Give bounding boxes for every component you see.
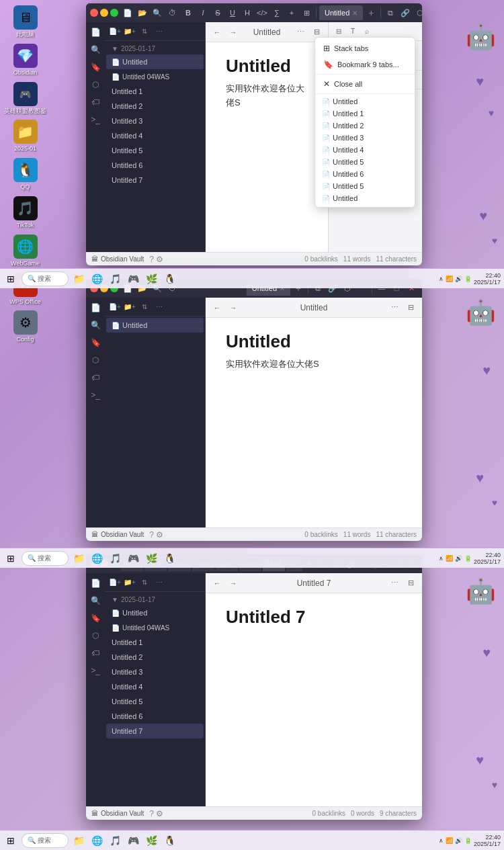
help-icon-3[interactable]: ? bbox=[149, 809, 154, 818]
tb2-app-qq[interactable]: 🐧 bbox=[161, 550, 177, 566]
desktop-icon-qq[interactable]: 🐧 QQ bbox=[3, 156, 48, 193]
tb3-icon-chevron[interactable]: ∧ bbox=[439, 837, 444, 844]
tb3-app-tiktok[interactable]: 🎵 bbox=[107, 833, 123, 849]
fe-item-1-3[interactable]: Untitled 1 bbox=[106, 635, 204, 650]
desktop-icon-obsidian[interactable]: 💎 Obsidian bbox=[3, 42, 48, 79]
editor-body-1[interactable]: 实用软件欢迎各位大佬S bbox=[226, 82, 308, 110]
math-icon[interactable]: ∑ bbox=[270, 6, 284, 19]
tb2-app-tiktok[interactable]: 🎵 bbox=[107, 550, 123, 566]
tb3-app-qq[interactable]: 🐧 bbox=[161, 833, 177, 849]
fe-item-04was-3[interactable]: 📄Untitled 04WAS bbox=[106, 620, 204, 635]
tab-untitled-1[interactable]: Untitled ✕ bbox=[319, 5, 363, 20]
search-box-2[interactable]: 🔍 搜索 bbox=[22, 551, 69, 566]
fe-item-untitled6[interactable]: Untitled 6 bbox=[106, 158, 204, 173]
tb2-icon-sound[interactable]: 🔊 bbox=[455, 555, 462, 562]
fe-item-untitled-2[interactable]: 📄 Untitled bbox=[106, 318, 204, 333]
forward-btn-1[interactable]: → bbox=[226, 25, 241, 40]
code-icon[interactable]: </> bbox=[255, 6, 269, 19]
fe-date-item-3[interactable]: ▼ 2025-01-17 bbox=[106, 593, 204, 605]
fe-new-folder-btn-3[interactable]: 📁+ bbox=[124, 577, 136, 589]
rp-search-icon[interactable]: ⌕ bbox=[361, 26, 373, 38]
fe-item-2-3[interactable]: Untitled 2 bbox=[106, 650, 204, 665]
desktop-icon-game[interactable]: 🎮 英雄联盟教图鉴 bbox=[3, 80, 48, 117]
dm-file-untitled5a[interactable]: 📄 Untitled 5 bbox=[315, 156, 415, 168]
sidebar-files-icon[interactable]: 📄 bbox=[88, 25, 103, 40]
link-icon[interactable]: 🔗 bbox=[398, 6, 412, 19]
fe-new-file-btn-2[interactable]: 📄+ bbox=[109, 301, 121, 313]
fe-item-untitled-04was[interactable]: 📄Untitled 04WAS bbox=[106, 69, 204, 84]
fe-item-4-3[interactable]: Untitled 4 bbox=[106, 679, 204, 694]
dm-file-untitled2[interactable]: 📄 Untitled 2 bbox=[315, 120, 415, 132]
panel-btn-3[interactable]: ⊟ bbox=[403, 576, 418, 591]
fe-item-5-3[interactable]: Untitled 5 bbox=[106, 694, 204, 709]
tb-app-explorer[interactable]: 📁 bbox=[71, 271, 87, 287]
file-nav-icon[interactable]: 📄 bbox=[121, 6, 134, 19]
tb2-app-game[interactable]: 🎮 bbox=[125, 550, 141, 566]
fe-item-6-3[interactable]: Untitled 6 bbox=[106, 709, 204, 724]
start-button-1[interactable]: ⊞ bbox=[1, 269, 20, 288]
fe-item-untitled5[interactable]: Untitled 5 bbox=[106, 143, 204, 158]
dm-close-all[interactable]: ✕ Close all bbox=[315, 76, 415, 92]
vault-label-3[interactable]: 🏛 Obsidian Vault bbox=[91, 810, 144, 817]
desktop-icon-config[interactable]: ⚙ Config bbox=[3, 308, 48, 345]
minimize-button-1[interactable] bbox=[100, 9, 108, 17]
desktop-icon-tiktok[interactable]: 🎵 TikTok bbox=[3, 194, 48, 231]
dm-file-untitled5b[interactable]: 📄 Untitled 5 bbox=[315, 180, 415, 192]
rp-layout-icon[interactable]: ⊟ bbox=[333, 26, 345, 38]
tb2-icon-battery[interactable]: 🔋 bbox=[464, 555, 472, 562]
fe-item-7-3[interactable]: Untitled 7 bbox=[106, 724, 204, 738]
sidebar-bookmarks-icon-2[interactable]: 🔖 bbox=[88, 335, 103, 350]
fe-item-untitled4[interactable]: Untitled 4 bbox=[106, 128, 204, 143]
desktop-icon-folder-2025[interactable]: 📁 2025-01 bbox=[3, 118, 48, 155]
fe-sort-btn-3[interactable]: ⇅ bbox=[138, 577, 151, 589]
search-icon[interactable]: 🔍 bbox=[151, 6, 164, 19]
highlight-icon[interactable]: H bbox=[241, 6, 254, 19]
settings-icon-1[interactable]: ⚙ bbox=[156, 255, 163, 264]
fe-item-untitled-3a[interactable]: 📄 Untitled bbox=[106, 605, 204, 620]
dm-file-untitled[interactable]: 📄 Untitled bbox=[315, 95, 415, 108]
sidebar-tags-icon-3[interactable]: 🏷 bbox=[88, 646, 103, 661]
sidebar-search-icon-2[interactable]: 🔍 bbox=[88, 318, 103, 333]
tb-icon-network-1[interactable]: 📶 bbox=[446, 275, 453, 282]
vault-label-1[interactable]: 🏛 Obsidian Vault bbox=[91, 255, 144, 263]
fe-item-untitled[interactable]: 📄 Untitled bbox=[106, 54, 204, 69]
sidebar-search-icon-3[interactable]: 🔍 bbox=[88, 593, 103, 608]
settings-icon-3[interactable]: ⚙ bbox=[156, 809, 163, 818]
strikethrough-icon[interactable]: S bbox=[211, 6, 224, 19]
sidebar-terminal-icon-3[interactable]: >_ bbox=[88, 663, 103, 678]
desktop-icon-computer[interactable]: 🖥 此电脑 bbox=[3, 3, 48, 40]
close-button-1[interactable] bbox=[90, 9, 98, 17]
view-icon[interactable]: ⧉ bbox=[384, 6, 397, 19]
dm-file-untitled3[interactable]: 📄 Untitled 3 bbox=[315, 132, 415, 144]
tb3-app-game[interactable]: 🎮 bbox=[125, 833, 141, 849]
sidebar-tags-icon-2[interactable]: 🏷 bbox=[88, 370, 103, 385]
back-btn-3[interactable]: ← bbox=[210, 576, 224, 591]
sidebar-search-icon[interactable]: 🔍 bbox=[88, 42, 103, 57]
desktop-icon-webgame[interactable]: 🌐 WebGame bbox=[3, 232, 48, 269]
tab-add-1[interactable]: + bbox=[364, 6, 378, 19]
search-box-3[interactable]: 🔍 搜索 bbox=[22, 833, 69, 848]
tb3-app-edge[interactable]: 🌐 bbox=[89, 833, 105, 849]
tb-app-qq[interactable]: 🐧 bbox=[161, 271, 177, 287]
more-btn-3[interactable]: ⋯ bbox=[387, 576, 402, 591]
sidebar-graph-icon[interactable]: ⬡ bbox=[88, 77, 103, 92]
tb-app-edge[interactable]: 🌐 bbox=[89, 271, 105, 287]
fe-date-item[interactable]: ▼ 2025-01-17 bbox=[106, 42, 204, 54]
sidebar-files-icon-3[interactable]: 📄 bbox=[88, 576, 103, 591]
fe-sort-btn[interactable]: ⇅ bbox=[138, 26, 151, 38]
tb3-icon-sound[interactable]: 🔊 bbox=[455, 837, 462, 844]
start-button-3[interactable]: ⊞ bbox=[1, 831, 20, 850]
back-btn-1[interactable]: ← bbox=[210, 25, 224, 40]
fe-new-file-btn-3[interactable]: 📄+ bbox=[109, 577, 121, 589]
dm-bookmark-tabs[interactable]: 🔖 Bookmark 9 tabs... bbox=[315, 56, 415, 73]
tb3-icon-battery[interactable]: 🔋 bbox=[464, 837, 472, 844]
fe-new-folder-btn[interactable]: 📁+ bbox=[124, 26, 136, 38]
dm-file-untitled1[interactable]: 📄 Untitled 1 bbox=[315, 108, 415, 120]
more-btn-2[interactable]: ⋯ bbox=[387, 300, 402, 315]
taskbar-time-3[interactable]: 22:40 2025/1/17 bbox=[474, 834, 501, 847]
graph-icon[interactable]: ⬡ bbox=[413, 6, 422, 19]
sidebar-graph-icon-3[interactable]: ⬡ bbox=[88, 628, 103, 643]
sidebar-files-icon-2[interactable]: 📄 bbox=[88, 300, 103, 315]
dm-file-untitled6[interactable]: 📄 Untitled 6 bbox=[315, 168, 415, 180]
tab-close-1[interactable]: ✕ bbox=[352, 9, 358, 17]
